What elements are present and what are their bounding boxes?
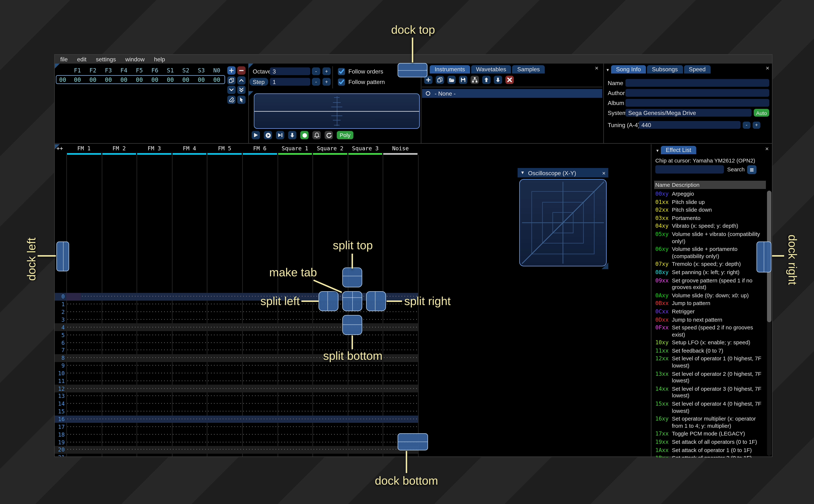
pattern-cell[interactable]: ············ bbox=[172, 378, 207, 383]
pattern-cell[interactable]: ············ bbox=[383, 424, 418, 429]
pattern-cell[interactable]: ············ bbox=[137, 432, 172, 437]
pattern-cell[interactable]: ············ bbox=[66, 363, 102, 368]
delete-instrument-button[interactable] bbox=[506, 76, 514, 84]
pattern-cell[interactable]: ············ bbox=[66, 432, 102, 437]
menu-item-edit[interactable]: edit bbox=[77, 56, 86, 62]
name-input[interactable] bbox=[626, 79, 769, 87]
pattern-cell[interactable]: ············ bbox=[207, 371, 242, 376]
channel-header-square-1[interactable]: Square 1 bbox=[277, 145, 312, 151]
pattern-cell[interactable]: ············ bbox=[242, 455, 277, 456]
effect-search-input[interactable] bbox=[655, 165, 724, 174]
pattern-cell[interactable]: ············ bbox=[172, 432, 207, 437]
pattern-cell[interactable]: ············ bbox=[66, 440, 102, 445]
effect-list-scrollbar[interactable] bbox=[767, 191, 771, 456]
pattern-cell[interactable]: ············ bbox=[277, 424, 312, 429]
pattern-cell[interactable]: ············ bbox=[207, 447, 242, 452]
pattern-cell[interactable]: ············ bbox=[66, 340, 102, 345]
pattern-cell[interactable]: ············ bbox=[277, 333, 312, 337]
tab-speed[interactable]: Speed bbox=[684, 65, 711, 74]
pattern-cell[interactable]: ············ bbox=[172, 302, 207, 307]
pattern-cell[interactable]: ············ bbox=[207, 378, 242, 383]
pattern-cell[interactable]: ············ bbox=[383, 333, 418, 337]
pattern-cell[interactable]: ············ bbox=[66, 417, 102, 422]
author-input[interactable] bbox=[626, 89, 769, 97]
pattern-cell[interactable]: ············ bbox=[383, 417, 418, 422]
pattern-cell[interactable]: ············ bbox=[66, 317, 102, 322]
pattern-cell[interactable]: ············ bbox=[207, 394, 242, 399]
pattern-cell[interactable]: ············ bbox=[277, 340, 312, 345]
pattern-cell[interactable]: ············ bbox=[66, 409, 102, 414]
channel-header-fm-3[interactable]: FM 3 bbox=[137, 145, 172, 151]
menu-item-window[interactable]: window bbox=[125, 56, 145, 62]
pattern-cell[interactable]: ············ bbox=[277, 455, 312, 456]
pattern-cell[interactable]: ············ bbox=[102, 356, 137, 361]
pattern-cell[interactable]: ············ bbox=[348, 378, 383, 383]
pattern-cell[interactable]: ············ bbox=[277, 386, 312, 391]
pattern-cell[interactable]: ············ bbox=[242, 371, 277, 376]
pattern-cell[interactable]: ············ bbox=[383, 309, 418, 314]
collapse-triangle-icon[interactable]: ▼ bbox=[520, 170, 525, 175]
pattern-cell[interactable]: ············ bbox=[66, 348, 102, 353]
pattern-cell[interactable]: ············ bbox=[66, 455, 102, 456]
pattern-cell[interactable]: ············ bbox=[137, 356, 172, 361]
tuning-plus-button[interactable]: + bbox=[753, 121, 760, 129]
follow-pattern-checkbox[interactable] bbox=[338, 78, 345, 85]
pattern-cell[interactable]: ············ bbox=[207, 424, 242, 429]
pattern-cell[interactable]: ············ bbox=[277, 440, 312, 445]
pattern-cell[interactable]: ············ bbox=[137, 294, 172, 299]
channel-header-fm-2[interactable]: FM 2 bbox=[102, 145, 137, 151]
pattern-cell[interactable]: ············ bbox=[102, 302, 137, 307]
pattern-cell[interactable]: ············ bbox=[242, 409, 277, 414]
pattern-cell[interactable]: ············ bbox=[312, 409, 348, 414]
split-bottom-target[interactable] bbox=[342, 315, 362, 335]
pattern-cell[interactable]: ············ bbox=[242, 333, 277, 337]
follow-orders-checkbox[interactable] bbox=[338, 68, 345, 75]
play-pattern-button[interactable] bbox=[264, 131, 272, 139]
pattern-cell[interactable]: ············ bbox=[277, 356, 312, 361]
deep-clone-order-button[interactable] bbox=[227, 95, 235, 104]
pattern-cell[interactable]: ············ bbox=[207, 417, 242, 422]
pattern-cell[interactable]: ············ bbox=[277, 378, 312, 383]
pattern-cell[interactable]: ············ bbox=[172, 309, 207, 314]
pattern-cell[interactable]: ············ bbox=[277, 447, 312, 452]
pattern-cell[interactable]: ············ bbox=[66, 394, 102, 399]
order-to-end-button[interactable] bbox=[237, 86, 245, 94]
pattern-cell[interactable]: ············ bbox=[242, 340, 277, 345]
menu-item-settings[interactable]: settings bbox=[96, 56, 116, 62]
pattern-cell[interactable]: ············ bbox=[172, 394, 207, 399]
pattern-cell[interactable]: ············ bbox=[207, 340, 242, 345]
octave-input[interactable]: 3 bbox=[270, 67, 310, 75]
pattern-cell[interactable]: ············ bbox=[137, 333, 172, 337]
pattern-cell[interactable]: ············ bbox=[277, 432, 312, 437]
pattern-cell[interactable]: ············ bbox=[277, 348, 312, 353]
pattern-cell[interactable]: ············ bbox=[348, 340, 383, 345]
pattern-cell[interactable]: ············ bbox=[172, 348, 207, 353]
pattern-cell[interactable]: ············ bbox=[207, 363, 242, 368]
pattern-cell[interactable]: ············ bbox=[242, 363, 277, 368]
pattern-cell[interactable]: ············ bbox=[312, 455, 348, 456]
pattern-cell[interactable]: ············ bbox=[137, 348, 172, 353]
panel-separator[interactable] bbox=[651, 144, 651, 458]
open-instrument-button[interactable] bbox=[448, 76, 456, 84]
pattern-cell[interactable]: ············ bbox=[207, 309, 242, 314]
pattern-cell[interactable]: ············ bbox=[383, 409, 418, 414]
pattern-cell[interactable]: ············ bbox=[242, 317, 277, 322]
pattern-cell[interactable]: ············ bbox=[66, 424, 102, 429]
auto-system-button[interactable]: Auto bbox=[754, 109, 769, 117]
channel-header-fm-4[interactable]: FM 4 bbox=[172, 145, 207, 151]
window-list-caret-icon[interactable]: ▼ bbox=[605, 66, 611, 74]
pattern-cell[interactable]: ············ bbox=[383, 386, 418, 391]
pattern-cell[interactable]: ············ bbox=[66, 302, 102, 307]
poly-button[interactable]: Poly bbox=[337, 131, 353, 139]
dock-bottom-target[interactable] bbox=[397, 433, 428, 450]
split-right-target[interactable] bbox=[366, 291, 386, 311]
effect-table-header[interactable]: Name Description bbox=[654, 181, 766, 189]
pattern-cell[interactable]: ············ bbox=[242, 424, 277, 429]
pattern-cell[interactable]: ············ bbox=[242, 440, 277, 445]
pattern-cell[interactable]: ············ bbox=[137, 401, 172, 406]
pattern-cell[interactable]: ············ bbox=[383, 356, 418, 361]
order-pattern-cell[interactable]: 00 bbox=[101, 76, 116, 83]
record-button[interactable] bbox=[300, 131, 308, 139]
pattern-cell[interactable]: ············ bbox=[348, 401, 383, 406]
tab-wavetables[interactable]: Wavetables bbox=[471, 65, 511, 74]
